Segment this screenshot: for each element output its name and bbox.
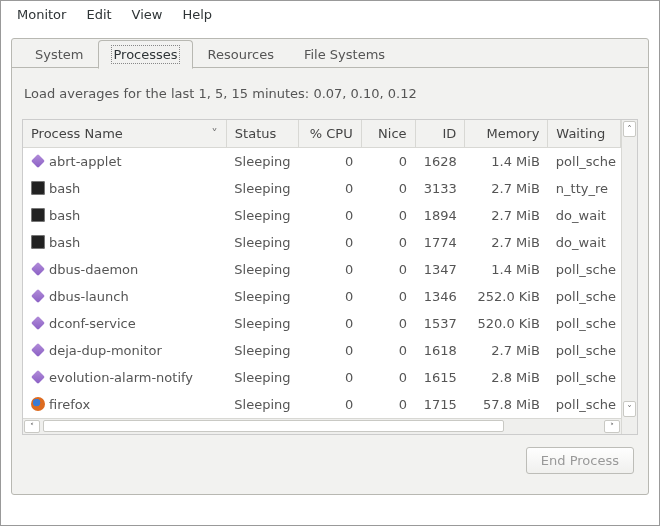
cell-wait: poll_sche — [548, 337, 621, 364]
scroll-track[interactable] — [41, 419, 603, 434]
cell-process-name: bash — [23, 229, 226, 256]
scroll-right-button[interactable]: ˃ — [604, 420, 620, 433]
diamond-icon — [31, 262, 45, 276]
cell-wait: poll_sche — [548, 310, 621, 337]
term-icon — [31, 208, 45, 222]
scroll-left-button[interactable]: ˂ — [24, 420, 40, 433]
cell-wait: poll_sche — [548, 148, 621, 176]
cell-status: Sleeping — [226, 202, 299, 229]
table-row[interactable]: bashSleeping0018942.7 MiBdo_wait — [23, 202, 621, 229]
column-header--cpu[interactable]: % CPU — [299, 120, 361, 148]
cell-id: 1346 — [415, 283, 465, 310]
table-row[interactable]: deja-dup-monitorSleeping0016182.7 MiBpol… — [23, 337, 621, 364]
diamond-icon — [31, 343, 45, 357]
column-header-waiting[interactable]: Waiting — [548, 120, 621, 148]
cell-mem: 2.8 MiB — [465, 364, 548, 391]
load-averages-label: Load averages for the last 1, 5, 15 minu… — [24, 86, 638, 101]
cell-wait: poll_sche — [548, 364, 621, 391]
tab-resources[interactable]: Resources — [193, 40, 289, 68]
table-header-row: Process Name˅Status% CPUNiceIDMemoryWait… — [23, 120, 621, 148]
cell-process-name: dbus-launch — [23, 283, 226, 310]
horizontal-scrollbar[interactable]: ˂ ˃ — [23, 418, 621, 434]
table-row[interactable]: evolution-alarm-notifySleeping0016152.8 … — [23, 364, 621, 391]
cell-mem: 2.7 MiB — [465, 229, 548, 256]
menu-help[interactable]: Help — [172, 4, 222, 25]
tabstrip: SystemProcessesResourcesFile Systems — [12, 38, 648, 68]
table-row[interactable]: bashSleeping0031332.7 MiBn_tty_re — [23, 175, 621, 202]
end-process-button[interactable]: End Process — [526, 447, 634, 474]
cell-wait: poll_sche — [548, 391, 621, 418]
notebook: SystemProcessesResourcesFile Systems Loa… — [11, 38, 649, 495]
cell-status: Sleeping — [226, 310, 299, 337]
cell-cpu: 0 — [299, 310, 361, 337]
cell-status: Sleeping — [226, 229, 299, 256]
menu-monitor[interactable]: Monitor — [7, 4, 76, 25]
cell-process-name: firefox — [23, 391, 226, 418]
cell-wait: do_wait — [548, 229, 621, 256]
cell-process-name: deja-dup-monitor — [23, 337, 226, 364]
tab-file-systems[interactable]: File Systems — [289, 40, 400, 68]
cell-id: 3133 — [415, 175, 465, 202]
cell-id: 1628 — [415, 148, 465, 176]
cell-cpu: 0 — [299, 202, 361, 229]
cell-mem: 252.0 KiB — [465, 283, 548, 310]
process-table[interactable]: Process Name˅Status% CPUNiceIDMemoryWait… — [23, 120, 621, 418]
column-header-status[interactable]: Status — [226, 120, 299, 148]
cell-mem: 1.4 MiB — [465, 256, 548, 283]
cell-cpu: 0 — [299, 175, 361, 202]
tab-processes[interactable]: Processes — [98, 40, 192, 69]
cell-nice: 0 — [361, 337, 415, 364]
cell-status: Sleeping — [226, 283, 299, 310]
table-row[interactable]: bashSleeping0017742.7 MiBdo_wait — [23, 229, 621, 256]
cell-mem: 2.7 MiB — [465, 175, 548, 202]
cell-status: Sleeping — [226, 364, 299, 391]
menu-edit[interactable]: Edit — [76, 4, 121, 25]
cell-status: Sleeping — [226, 175, 299, 202]
cell-nice: 0 — [361, 202, 415, 229]
cell-status: Sleeping — [226, 256, 299, 283]
scroll-thumb[interactable] — [43, 420, 504, 432]
table-row[interactable]: dbus-launchSleeping001346252.0 KiBpoll_s… — [23, 283, 621, 310]
cell-status: Sleeping — [226, 337, 299, 364]
vertical-scrollbar[interactable]: ˄ ˅ — [621, 120, 637, 418]
scroll-up-button[interactable]: ˄ — [623, 121, 636, 137]
cell-cpu: 0 — [299, 229, 361, 256]
diamond-icon — [31, 316, 45, 330]
cell-process-name: abrt-applet — [23, 148, 226, 176]
table-row[interactable]: abrt-appletSleeping0016281.4 MiBpoll_sch… — [23, 148, 621, 176]
column-header-memory[interactable]: Memory — [465, 120, 548, 148]
cell-nice: 0 — [361, 256, 415, 283]
scroll-down-button[interactable]: ˅ — [623, 401, 636, 417]
column-header-id[interactable]: ID — [415, 120, 465, 148]
cell-status: Sleeping — [226, 148, 299, 176]
cell-mem: 520.0 KiB — [465, 310, 548, 337]
cell-cpu: 0 — [299, 256, 361, 283]
cell-id: 1347 — [415, 256, 465, 283]
cell-mem: 1.4 MiB — [465, 148, 548, 176]
cell-nice: 0 — [361, 283, 415, 310]
cell-cpu: 0 — [299, 148, 361, 176]
diamond-icon — [31, 289, 45, 303]
tab-system[interactable]: System — [20, 40, 98, 68]
menubar: MonitorEditViewHelp — [1, 1, 659, 28]
cell-wait: do_wait — [548, 202, 621, 229]
cell-nice: 0 — [361, 175, 415, 202]
table-row[interactable]: dbus-daemonSleeping0013471.4 MiBpoll_sch… — [23, 256, 621, 283]
scroll-track[interactable] — [622, 138, 637, 400]
table-row[interactable]: dconf-serviceSleeping001537520.0 KiBpoll… — [23, 310, 621, 337]
table-row[interactable]: firefoxSleeping00171557.8 MiBpoll_sche — [23, 391, 621, 418]
cell-cpu: 0 — [299, 364, 361, 391]
process-table-container: Process Name˅Status% CPUNiceIDMemoryWait… — [22, 119, 638, 435]
cell-wait: poll_sche — [548, 256, 621, 283]
cell-nice: 0 — [361, 310, 415, 337]
ff-icon — [31, 397, 45, 411]
cell-process-name: evolution-alarm-notify — [23, 364, 226, 391]
cell-nice: 0 — [361, 364, 415, 391]
menu-view[interactable]: View — [122, 4, 173, 25]
cell-wait: n_tty_re — [548, 175, 621, 202]
diamond-icon — [31, 370, 45, 384]
column-header-nice[interactable]: Nice — [361, 120, 415, 148]
column-header-process-name[interactable]: Process Name˅ — [23, 120, 226, 148]
scrollbar-corner — [621, 418, 637, 434]
cell-id: 1537 — [415, 310, 465, 337]
